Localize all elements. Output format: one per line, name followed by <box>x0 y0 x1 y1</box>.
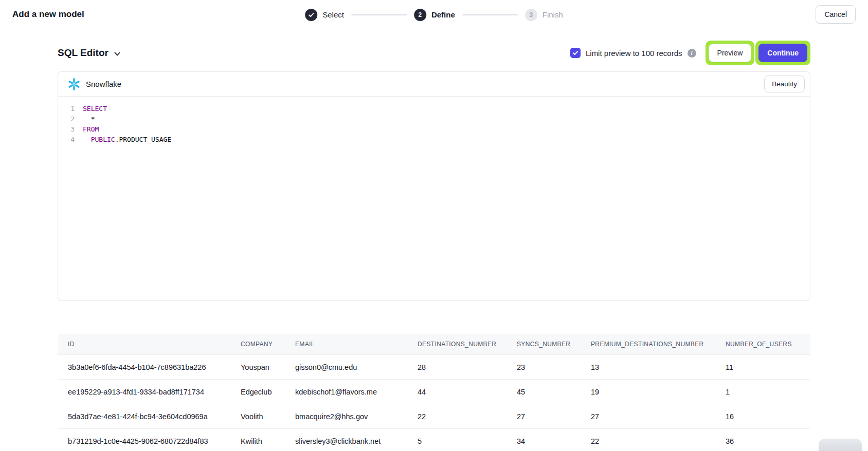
editor-header: Snowflake Beautify <box>58 72 810 97</box>
page-title: Add a new model <box>12 9 84 20</box>
table-cell: gisson0@cmu.edu <box>285 363 407 371</box>
sql-code-editor[interactable]: 1SELECT2 *3FROM4 PUBLIC.PRODUCT_USAGE <box>58 97 810 145</box>
column-header: EMAIL <box>285 341 407 348</box>
column-header: ID <box>58 341 230 348</box>
table-cell: 45 <box>507 388 581 396</box>
step-connector <box>462 14 518 15</box>
preview-button[interactable]: Preview <box>709 44 752 62</box>
limit-preview-label: Limit preview to 100 records <box>586 49 682 58</box>
corner-widget <box>819 439 862 451</box>
chevron-down-icon <box>114 50 121 58</box>
model-toolbar: SQL Editor Limit preview to 100 records … <box>58 41 810 65</box>
code-text: PUBLIC.PRODUCT_USAGE <box>83 135 171 145</box>
snowflake-icon <box>67 78 81 91</box>
table-header-row: IDCOMPANYEMAILDESTINATIONS_NUMBERSYNCS_N… <box>58 334 810 355</box>
table-cell: 23 <box>507 363 581 371</box>
table-cell: 5 <box>407 437 507 445</box>
source-name: Snowflake <box>86 80 121 88</box>
table-cell: 36 <box>715 437 810 445</box>
table-cell: 11 <box>715 363 810 371</box>
beautify-button[interactable]: Beautify <box>764 76 805 93</box>
step-check-icon <box>305 9 317 21</box>
table-cell: 22 <box>581 437 715 445</box>
code-line: 2 * <box>65 114 810 124</box>
editor-type-label: SQL Editor <box>58 47 109 59</box>
code-text: * <box>83 114 95 124</box>
line-number: 3 <box>65 124 75 135</box>
code-line: 4 PUBLIC.PRODUCT_USAGE <box>65 135 810 145</box>
table-cell: kdebischof1@flavors.me <box>285 388 407 396</box>
code-text: FROM <box>83 124 99 135</box>
step-connector <box>351 14 407 15</box>
line-number: 1 <box>65 104 75 114</box>
step-label: Define <box>431 10 455 19</box>
source-badge: Snowflake <box>67 78 121 91</box>
step-label: Select <box>322 10 344 19</box>
table-row[interactable]: 5da3d7ae-4e81-424f-bc94-3e604cd0969aVool… <box>58 404 810 429</box>
table-cell: 28 <box>407 363 507 371</box>
table-cell: sliversley3@clickbank.net <box>285 437 407 445</box>
step-define: 2Define <box>414 9 455 21</box>
sql-editor-card: Snowflake Beautify 1SELECT2 *3FROM4 PUBL… <box>58 71 810 301</box>
column-header: SYNCS_NUMBER <box>507 341 581 348</box>
table-cell: bmacquire2@hhs.gov <box>285 412 407 421</box>
table-cell: 1 <box>715 388 810 396</box>
table-cell: 34 <box>507 437 581 445</box>
table-cell: 27 <box>581 412 715 421</box>
table-row[interactable]: b731219d-1c0e-4425-9062-680722d84f83Kwil… <box>58 429 810 451</box>
column-header: COMPANY <box>230 341 285 348</box>
table-cell: Edgeclub <box>230 388 285 396</box>
annotation-highlight-preview: Preview <box>706 41 755 65</box>
check-icon <box>572 50 578 56</box>
info-icon[interactable]: i <box>688 49 696 58</box>
table-cell: 22 <box>407 412 507 421</box>
table-cell: 16 <box>715 412 810 421</box>
cancel-button[interactable]: Cancel <box>816 5 856 24</box>
table-cell: 27 <box>507 412 581 421</box>
table-cell: 19 <box>581 388 715 396</box>
table-cell: 44 <box>407 388 507 396</box>
code-line: 1SELECT <box>65 104 810 114</box>
code-text: SELECT <box>83 104 107 114</box>
column-header: PREMIUM_DESTINATIONS_NUMBER <box>581 341 715 348</box>
table-cell: Youspan <box>230 363 285 371</box>
table-cell: 3b3a0ef6-6fda-4454-b104-7c89631ba226 <box>58 363 230 371</box>
column-header: NUMBER_OF_USERS <box>715 341 810 348</box>
continue-button[interactable]: Continue <box>758 44 807 62</box>
code-line: 3FROM <box>65 124 810 135</box>
column-header: DESTINATIONS_NUMBER <box>407 341 507 348</box>
step-number: 3 <box>525 9 537 21</box>
step-finish: 3Finish <box>525 9 563 21</box>
line-number: 2 <box>65 114 75 124</box>
annotation-highlight-continue: Continue <box>755 41 810 65</box>
line-number: 4 <box>65 135 75 145</box>
table-cell: b731219d-1c0e-4425-9062-680722d84f83 <box>58 437 230 445</box>
toolbar-actions: Limit preview to 100 records i Preview C… <box>570 41 810 65</box>
table-cell: 13 <box>581 363 715 371</box>
step-number: 2 <box>414 9 426 21</box>
wizard-stepper: Select2Define3Finish <box>305 0 563 29</box>
table-cell: Kwilith <box>230 437 285 445</box>
table-cell: 5da3d7ae-4e81-424f-bc94-3e604cd0969a <box>58 412 230 421</box>
table-row[interactable]: 3b3a0ef6-6fda-4454-b104-7c89631ba226Yous… <box>58 355 810 380</box>
limit-preview-checkbox[interactable] <box>570 48 581 58</box>
step-select: Select <box>305 9 344 21</box>
table-row[interactable]: ee195229-a913-4fd1-9334-bad8ff171734Edge… <box>58 380 810 404</box>
editor-type-dropdown[interactable]: SQL Editor <box>58 47 121 59</box>
preview-results-table: IDCOMPANYEMAILDESTINATIONS_NUMBERSYNCS_N… <box>58 334 810 451</box>
table-body: 3b3a0ef6-6fda-4454-b104-7c89631ba226Yous… <box>58 355 810 451</box>
top-bar: Add a new model Select2Define3Finish Can… <box>0 0 868 29</box>
table-cell: Voolith <box>230 412 285 421</box>
step-label: Finish <box>542 10 563 19</box>
limit-preview-group: Limit preview to 100 records i <box>570 48 696 58</box>
table-cell: ee195229-a913-4fd1-9334-bad8ff171734 <box>58 388 230 396</box>
main-content: SQL Editor Limit preview to 100 records … <box>58 41 810 451</box>
